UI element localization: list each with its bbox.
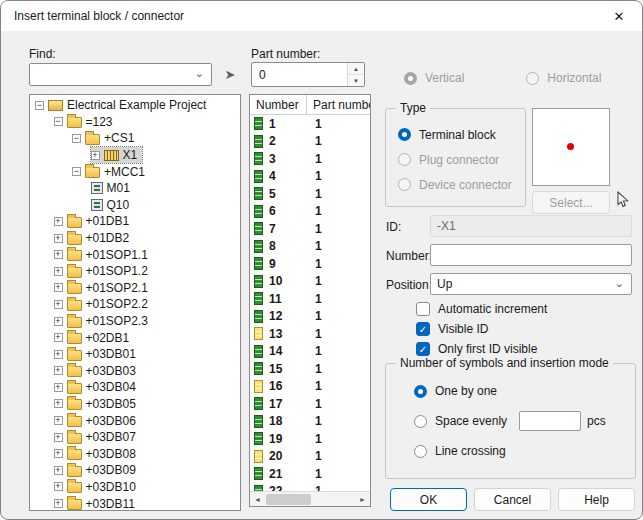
- tree-item-01sop2-1[interactable]: ++01SOP2.1: [30, 280, 240, 297]
- part-number-input[interactable]: 0 ▲ ▼: [251, 62, 365, 87]
- tree-item-03db10[interactable]: ++03DB10: [30, 479, 240, 496]
- expand-plus-icon[interactable]: +: [54, 383, 63, 392]
- expand-plus-icon[interactable]: +: [54, 267, 63, 276]
- column-header-number[interactable]: Number: [250, 95, 307, 114]
- find-go-button[interactable]: ➤: [217, 62, 243, 86]
- scrollbar-thumb[interactable]: [266, 494, 311, 505]
- ok-button[interactable]: OK: [390, 488, 467, 511]
- scroll-left-icon[interactable]: ◄: [250, 496, 265, 503]
- tree-item-03db11[interactable]: ++03DB11: [30, 495, 240, 511]
- terminal-table-body[interactable]: 1121314151617181911011111211311411511611…: [250, 115, 370, 492]
- collapse-minus-icon[interactable]: −: [72, 134, 81, 143]
- checkbox-visible-id[interactable]: ✓Visible ID: [416, 319, 547, 339]
- expand-plus-icon[interactable]: +: [54, 317, 63, 326]
- tree-item-03db03[interactable]: ++03DB03: [30, 363, 240, 380]
- find-combobox[interactable]: ⌄: [29, 63, 212, 86]
- tree-item-cs1[interactable]: −+CS1: [30, 130, 240, 147]
- tree-item-m01[interactable]: M01: [30, 180, 240, 197]
- expand-plus-icon[interactable]: +: [54, 333, 63, 342]
- expand-plus-icon[interactable]: +: [54, 350, 63, 359]
- tree-item-x1[interactable]: +X1: [30, 147, 240, 164]
- expand-plus-icon[interactable]: +: [54, 366, 63, 375]
- expand-plus-icon[interactable]: +: [54, 449, 63, 458]
- expand-plus-icon[interactable]: +: [91, 151, 100, 160]
- type-radio-device-connector[interactable]: Device connector: [398, 172, 525, 197]
- terminal-row[interactable]: 91: [250, 255, 370, 273]
- orientation-radio-horizontal[interactable]: Horizontal: [526, 67, 601, 89]
- expand-plus-icon[interactable]: +: [54, 499, 63, 508]
- terminal-row[interactable]: 111: [250, 290, 370, 308]
- spin-down-button[interactable]: ▼: [348, 75, 364, 86]
- column-header-part-number[interactable]: Part number: [307, 95, 370, 114]
- position-of-id-select[interactable]: Up ⌄: [430, 273, 632, 295]
- select-button[interactable]: Select...: [532, 191, 610, 214]
- number-input[interactable]: [430, 244, 632, 266]
- terminal-row[interactable]: 211: [250, 465, 370, 483]
- help-button[interactable]: Help: [558, 488, 635, 511]
- tree-item-03db08[interactable]: ++03DB08: [30, 445, 240, 462]
- insertion-radio-one-by-one[interactable]: One by one: [414, 376, 635, 406]
- project-tree[interactable]: −Electrical Example Project−=123−+CS1+X1…: [29, 94, 241, 511]
- terminal-row[interactable]: 21: [250, 133, 370, 151]
- tree-item-01sop2-2[interactable]: ++01SOP2.2: [30, 296, 240, 313]
- tree-item-01db1[interactable]: ++01DB1: [30, 213, 240, 230]
- orientation-radio-vertical[interactable]: Vertical: [404, 67, 464, 89]
- terminal-row[interactable]: 201: [250, 448, 370, 466]
- expand-plus-icon[interactable]: +: [54, 217, 63, 226]
- terminal-row[interactable]: 41: [250, 168, 370, 186]
- terminal-row[interactable]: 61: [250, 203, 370, 221]
- terminal-row[interactable]: 101: [250, 273, 370, 291]
- spin-up-button[interactable]: ▲: [348, 63, 364, 75]
- type-radio-plug-connector[interactable]: Plug connector: [398, 147, 525, 172]
- tree-item-01sop1-1[interactable]: ++01SOP1.1: [30, 246, 240, 263]
- terminal-row[interactable]: 31: [250, 150, 370, 168]
- terminal-row[interactable]: 151: [250, 360, 370, 378]
- close-button[interactable]: ✕: [596, 1, 642, 31]
- tree-item-mcc1[interactable]: −+MCC1: [30, 163, 240, 180]
- expand-plus-icon[interactable]: +: [54, 482, 63, 491]
- horizontal-scrollbar[interactable]: ◄ ►: [250, 491, 370, 506]
- tree-item-03db06[interactable]: ++03DB06: [30, 412, 240, 429]
- terminal-row[interactable]: 171: [250, 395, 370, 413]
- space-evenly-count-input[interactable]: [519, 411, 581, 431]
- tree-item-03db04[interactable]: ++03DB04: [30, 379, 240, 396]
- terminal-row[interactable]: 11: [250, 115, 370, 133]
- type-radio-terminal-block[interactable]: Terminal block: [398, 122, 525, 147]
- terminal-row[interactable]: 131: [250, 325, 370, 343]
- terminal-row[interactable]: 191: [250, 430, 370, 448]
- scroll-right-icon[interactable]: ►: [355, 496, 370, 503]
- checkbox-automatic-increment[interactable]: Automatic increment: [416, 299, 547, 319]
- collapse-minus-icon[interactable]: −: [72, 167, 81, 176]
- insertion-radio-space-evenly[interactable]: Space evenlypcs: [414, 406, 635, 436]
- cancel-button[interactable]: Cancel: [474, 488, 551, 511]
- expand-plus-icon[interactable]: +: [54, 416, 63, 425]
- terminal-row[interactable]: 161: [250, 378, 370, 396]
- tree-item-03db01[interactable]: ++03DB01: [30, 346, 240, 363]
- terminal-row[interactable]: 51: [250, 185, 370, 203]
- tree-item-01db2[interactable]: ++01DB2: [30, 230, 240, 247]
- terminal-row[interactable]: 141: [250, 343, 370, 361]
- tree-item-01sop1-2[interactable]: ++01SOP1.2: [30, 263, 240, 280]
- expand-plus-icon[interactable]: +: [54, 300, 63, 309]
- expand-plus-icon[interactable]: +: [54, 466, 63, 475]
- expand-plus-icon[interactable]: +: [54, 433, 63, 442]
- expand-plus-icon[interactable]: +: [54, 283, 63, 292]
- collapse-minus-icon[interactable]: −: [35, 101, 44, 110]
- terminal-row[interactable]: 181: [250, 413, 370, 431]
- collapse-minus-icon[interactable]: −: [54, 117, 63, 126]
- terminal-row[interactable]: 121: [250, 308, 370, 326]
- tree-item-03db09[interactable]: ++03DB09: [30, 462, 240, 479]
- tree-item-01sop2-3[interactable]: ++01SOP2.3: [30, 313, 240, 330]
- tree-item-03db05[interactable]: ++03DB05: [30, 396, 240, 413]
- expand-plus-icon[interactable]: +: [54, 250, 63, 259]
- tree-item-q10[interactable]: Q10: [30, 197, 240, 214]
- tree-item-electrical-example-project[interactable]: −Electrical Example Project: [30, 97, 240, 114]
- tree-item-03db07[interactable]: ++03DB07: [30, 429, 240, 446]
- tree-item-02db1[interactable]: ++02DB1: [30, 329, 240, 346]
- terminal-row[interactable]: 81: [250, 238, 370, 256]
- insertion-radio-line-crossing[interactable]: Line crossing: [414, 436, 635, 466]
- terminal-row[interactable]: 71: [250, 220, 370, 238]
- expand-plus-icon[interactable]: +: [54, 234, 63, 243]
- tree-item-123[interactable]: −=123: [30, 114, 240, 131]
- expand-plus-icon[interactable]: +: [54, 399, 63, 408]
